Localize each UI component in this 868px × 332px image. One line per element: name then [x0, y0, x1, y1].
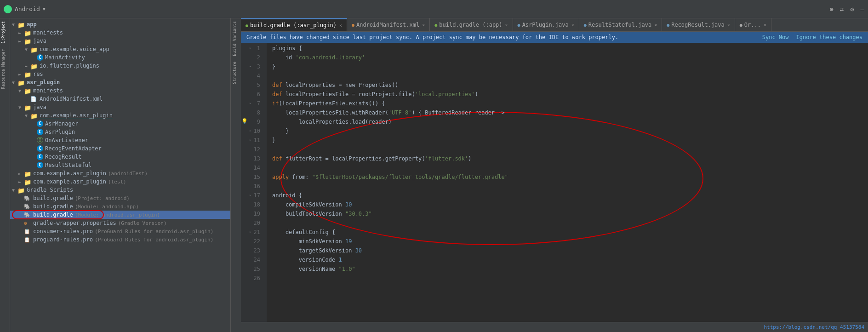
gutter-cell-2	[241, 52, 248, 61]
code-token: = localProperties.getProperty(	[322, 155, 425, 163]
fold-icon[interactable]: ▸	[249, 63, 251, 70]
tree-item-com.example.voice_app[interactable]: ▼📁com.example.voice_app	[10, 45, 230, 53]
sidebar-item-structure[interactable]: Structure	[231, 59, 241, 87]
editor-tab-resultstateful_java[interactable]: ●ResultStateful.java×	[579, 18, 662, 31]
tree-item-RecogEventAdapter[interactable]: CRecogEventAdapter	[10, 144, 230, 153]
tree-item-java[interactable]: ►📁java	[10, 37, 230, 45]
tree-item-AsrManager[interactable]: CAsrManager	[10, 120, 230, 128]
code-token: if	[272, 99, 279, 108]
tree-item-manifests2[interactable]: ▼📁manifests	[10, 86, 230, 95]
sidebar-item-resource-manager[interactable]: Resource Manager	[0, 46, 10, 92]
tree-item-secondary-label: (Gradle Version)	[118, 220, 167, 226]
line-number-2: 2	[248, 53, 263, 62]
tree-item-res[interactable]: ►📁res	[10, 70, 230, 78]
fold-icon[interactable]: ▸	[249, 100, 251, 107]
sidebar-item-project[interactable]: 1:Project	[0, 18, 10, 46]
interface-icon: I	[37, 137, 43, 143]
settings-icon[interactable]: ⚙	[850, 6, 854, 13]
line-number-3: 3▸	[248, 62, 263, 71]
split-icon[interactable]: ⇄	[840, 6, 844, 13]
tree-item-com.example.asr_plugin[interactable]: ▼📁com.example.asr_plugin	[10, 111, 230, 120]
gutter-cell-18	[241, 199, 248, 208]
gutter-cell-5	[241, 80, 248, 89]
gutter-cell-1	[241, 43, 248, 52]
tree-arrow-icon: ▼	[12, 188, 17, 193]
code-token: "30.0.3"	[345, 210, 372, 218]
tree-item-consumer-rules[interactable]: 📋consumer-rules.pro(ProGuard Rules for a…	[10, 227, 230, 235]
line-number-14: 14	[248, 163, 263, 172]
tree-item-proguard-rules[interactable]: 📋proguard-rules.pro(ProGuard Rules for a…	[10, 235, 230, 244]
code-token: )	[475, 90, 478, 98]
class-c-icon: C	[37, 129, 43, 135]
tree-item-label: build.gradle	[33, 203, 73, 210]
tree-item-ResultStateful[interactable]: CResultStateful	[10, 161, 230, 169]
code-token: Properties	[359, 81, 392, 89]
tab-close-icon[interactable]: ×	[764, 23, 766, 28]
tree-item-build.gradle.app[interactable]: 🐘build.gradle(Module: android.app)	[10, 202, 230, 211]
main-layout: 1:Project Resource Manager ▼📁app►📁manife…	[0, 18, 868, 332]
editor-tab-or___[interactable]: ●Or...×	[735, 18, 771, 31]
code-token: def	[272, 81, 286, 89]
code-line-10: }	[272, 126, 862, 136]
fold-icon[interactable]: ▸	[249, 128, 251, 134]
sidebar-item-build-variants[interactable]: Build Variants	[231, 18, 241, 59]
tab-close-icon[interactable]: ×	[571, 23, 574, 28]
ignore-changes-button[interactable]: Ignore these changes	[796, 34, 863, 40]
tree-item-AsrPlugin[interactable]: CAsrPlugin	[10, 128, 230, 136]
tab-close-icon[interactable]: ×	[727, 23, 730, 28]
editor-tab-build_gradle___app_[interactable]: ●build.gradle (:app)×	[430, 18, 513, 31]
tab-close-icon[interactable]: ×	[339, 23, 342, 28]
dropdown-arrow-icon[interactable]: ▼	[43, 6, 46, 11]
tree-item-manifests[interactable]: ►📁manifests	[10, 29, 230, 37]
editor-tab-build_gradle___asr_plugin_[interactable]: ●build.gradle (:asr_plugin)×	[241, 18, 347, 31]
status-url[interactable]: https://blog.csdn.net/qq_45137584	[764, 324, 864, 330]
globe-icon[interactable]: ⊕	[829, 6, 833, 13]
tree-item-app[interactable]: ▼📁app	[10, 20, 230, 29]
tree-item-java2[interactable]: ▼📁java	[10, 103, 230, 111]
code-token: compileSdkVersion	[272, 200, 345, 209]
tree-item-androidTest[interactable]: ►📁com.example.asr_plugin(androidTest)	[10, 169, 230, 177]
fold-icon[interactable]: ▸	[249, 45, 251, 52]
fold-icon[interactable]: ▸	[249, 229, 251, 235]
minus-icon[interactable]: —	[861, 6, 864, 13]
tree-item-asr_plugin[interactable]: ▼📁asr_plugin	[10, 78, 230, 86]
fold-icon[interactable]: ▸	[249, 192, 251, 199]
code-token: ()	[392, 81, 398, 89]
tree-item-MainActivity[interactable]: CMainActivity	[10, 53, 230, 62]
tree-item-gradle-scripts[interactable]: ▼📁Gradle Scripts	[10, 186, 230, 194]
code-content[interactable]: plugins { id 'com.android.library'}def l…	[267, 43, 868, 322]
fold-icon[interactable]: ▸	[249, 137, 251, 143]
editor-tab-asrplugin_java[interactable]: ●AsrPlugin.java×	[513, 18, 579, 31]
tree-item-label: proguard-rules.pro	[33, 236, 93, 243]
tree-item-OnAsrListener[interactable]: IOnAsrListener	[10, 136, 230, 144]
editor-tab-androidmanifest_xml[interactable]: ●AndroidManifest.xml×	[347, 18, 430, 31]
tree-item-secondary-label: (Module: android.asr_plugin)	[75, 212, 160, 218]
tree-item-build.gradle.asr[interactable]: 🐘build.gradle(Module: android.asr_plugin…	[10, 211, 230, 219]
editor-tab-recogresult_java[interactable]: ●RecogResult.java×	[662, 18, 735, 31]
sync-now-button[interactable]: Sync Now	[762, 34, 789, 40]
project-selector[interactable]: Android ▼	[4, 5, 46, 13]
gradle-icon: 🐘	[24, 204, 31, 209]
tree-item-label: com.example.voice_app	[40, 46, 109, 52]
tree-item-AndroidManifest.xml[interactable]: 📄AndroidManifest.xml	[10, 95, 230, 103]
folder-icon: 📁	[24, 88, 31, 93]
tree-item-build.gradle.project[interactable]: 🐘build.gradle(Project: android)	[10, 194, 230, 202]
tree-item-test[interactable]: ►📁com.example.asr_plugin(test)	[10, 177, 230, 186]
tab-close-icon[interactable]: ×	[654, 23, 657, 28]
tab-close-icon[interactable]: ×	[422, 23, 425, 28]
tree-item-label: java	[33, 38, 46, 44]
tab-type-icon: ●	[434, 23, 437, 28]
gutter-cell-24	[241, 254, 248, 263]
tab-close-icon[interactable]: ×	[505, 23, 508, 28]
line-number-5: 5	[248, 80, 263, 90]
bulb-icon[interactable]: 💡	[241, 118, 248, 124]
line-number-6: 6	[248, 90, 263, 99]
tree-item-RecogResult[interactable]: CRecogResult	[10, 153, 230, 161]
tree-item-label: AsrManager	[45, 120, 78, 127]
code-token: ) {	[411, 109, 425, 117]
line-number-9: 9	[248, 117, 263, 126]
tree-item-gradle-wrapper[interactable]: ⚙gradle-wrapper.properties(Gradle Versio…	[10, 219, 230, 227]
tabs-bar: ●build.gradle (:asr_plugin)×●AndroidMani…	[241, 18, 868, 32]
code-line-6: def localPropertiesFile = rootProject.fi…	[272, 90, 862, 99]
tree-item-io.flutter.plugins[interactable]: ►📁io.flutter.plugins	[10, 62, 230, 70]
